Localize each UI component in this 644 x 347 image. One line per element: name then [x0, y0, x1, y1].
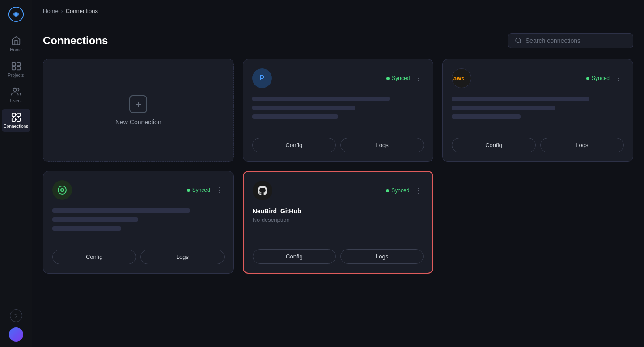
logs-button-postgres[interactable]: Logs	[340, 138, 424, 152]
user-avatar[interactable]	[9, 327, 23, 342]
card-footer-github: Config Logs	[253, 249, 424, 264]
svg-line-16	[520, 42, 521, 43]
blurred-line	[52, 226, 121, 231]
logs-button-github[interactable]: Logs	[340, 249, 424, 264]
sidebar-item-projects[interactable]: Projects	[2, 58, 30, 81]
status-dot-github	[386, 189, 389, 192]
breadcrumb-home[interactable]: Home	[43, 8, 59, 14]
card-header-custom: Synced ⋮	[52, 180, 225, 200]
svg-rect-10	[17, 118, 20, 121]
blurred-line	[252, 97, 390, 101]
blurred-line	[52, 208, 190, 213]
sidebar-item-users-label: Users	[10, 98, 21, 103]
card-footer-postgres: Config Logs	[252, 138, 424, 152]
svg-rect-2	[12, 63, 15, 66]
main-content: Home › Connections Connections + N	[32, 0, 644, 347]
blurred-line	[252, 114, 338, 119]
card-header-github: Synced ⋮	[253, 181, 424, 200]
content-area: Connections + New Connection	[32, 22, 644, 347]
blurred-line	[452, 97, 589, 101]
card-body-postgres	[252, 95, 424, 131]
search-input[interactable]	[525, 37, 627, 44]
sidebar-item-users[interactable]: Users	[2, 83, 30, 107]
more-button-custom[interactable]: ⋮	[214, 185, 225, 195]
sidebar-item-home-label: Home	[10, 47, 22, 52]
sidebar-item-connections[interactable]: Connections	[2, 109, 30, 132]
status-dot-custom	[187, 189, 190, 192]
card-header-aws: aws Synced ⋮	[452, 68, 624, 88]
connection-card-aws: aws Synced ⋮	[442, 59, 633, 162]
sidebar: Home Projects Users Conne	[0, 0, 32, 347]
status-badge-aws: Synced	[586, 75, 610, 81]
card-description-github: No description	[253, 216, 424, 223]
connection-card-custom: Synced ⋮ Config Logs	[43, 171, 234, 274]
sidebar-item-connections-label: Connections	[4, 124, 29, 129]
svg-rect-3	[17, 63, 20, 66]
status-badge-github: Synced	[386, 187, 409, 194]
svg-point-1	[14, 13, 17, 16]
card-name-github: NeuBird_GitHub	[253, 207, 424, 215]
card-body-aws	[452, 95, 624, 131]
config-button-postgres[interactable]: Config	[252, 138, 336, 152]
breadcrumb-separator: ›	[61, 8, 63, 14]
page-title: Connections	[43, 34, 108, 47]
card-icon-github	[253, 181, 272, 200]
card-footer-aws: Config Logs	[452, 138, 624, 152]
config-button-custom[interactable]: Config	[52, 250, 136, 264]
config-button-aws[interactable]: Config	[452, 138, 535, 152]
svg-rect-5	[17, 67, 20, 70]
svg-point-6	[13, 88, 16, 91]
projects-icon	[11, 61, 21, 71]
svg-point-15	[516, 38, 521, 43]
app-logo	[7, 5, 25, 23]
status-dot-aws	[586, 77, 589, 80]
blurred-line	[452, 114, 521, 119]
svg-text:aws: aws	[453, 75, 465, 82]
card-icon-custom	[52, 180, 72, 200]
breadcrumb-current: Connections	[66, 8, 98, 14]
new-connection-label: New Connection	[115, 118, 161, 126]
svg-rect-9	[12, 118, 15, 121]
users-icon	[11, 87, 21, 97]
svg-point-19	[61, 189, 64, 191]
search-icon	[515, 37, 522, 44]
card-icon-aws: aws	[452, 68, 471, 88]
status-badge-custom: Synced	[187, 187, 210, 193]
connection-card-github: Synced ⋮ NeuBird_GitHub No description C…	[243, 171, 434, 274]
page-header: Connections	[43, 33, 633, 48]
card-header-postgres: P Synced ⋮	[252, 68, 424, 88]
connections-icon	[11, 112, 21, 122]
search-box[interactable]	[508, 33, 633, 48]
svg-point-18	[58, 186, 66, 194]
blurred-line	[252, 106, 356, 110]
connection-card-postgres: P Synced ⋮ Config Logs	[243, 59, 434, 162]
help-button[interactable]: ?	[10, 309, 22, 322]
config-button-github[interactable]: Config	[253, 249, 336, 264]
card-footer-custom: Config Logs	[52, 250, 225, 264]
sidebar-item-home[interactable]: Home	[2, 32, 30, 56]
breadcrumb: Home › Connections	[43, 8, 98, 14]
logs-button-aws[interactable]: Logs	[540, 138, 624, 152]
home-icon	[11, 36, 21, 46]
more-button-github[interactable]: ⋮	[413, 185, 424, 196]
card-icon-postgres: P	[252, 68, 272, 88]
svg-rect-4	[12, 67, 15, 70]
status-badge-postgres: Synced	[386, 75, 410, 81]
blurred-line	[52, 217, 138, 222]
logs-button-custom[interactable]: Logs	[140, 250, 224, 264]
topbar: Home › Connections	[32, 0, 644, 22]
svg-rect-8	[17, 113, 20, 116]
cards-grid: + New Connection P Synced ⋮	[43, 59, 633, 274]
svg-rect-7	[12, 113, 15, 116]
card-body-github: NeuBird_GitHub No description	[253, 207, 424, 242]
more-button-aws[interactable]: ⋮	[613, 73, 624, 84]
blurred-line	[452, 106, 555, 110]
new-connection-card[interactable]: + New Connection	[43, 59, 234, 162]
sidebar-item-projects-label: Projects	[8, 73, 24, 78]
status-dot-postgres	[386, 77, 390, 80]
more-button-postgres[interactable]: ⋮	[413, 73, 424, 84]
plus-icon: +	[129, 95, 147, 113]
card-body-custom	[52, 207, 225, 242]
